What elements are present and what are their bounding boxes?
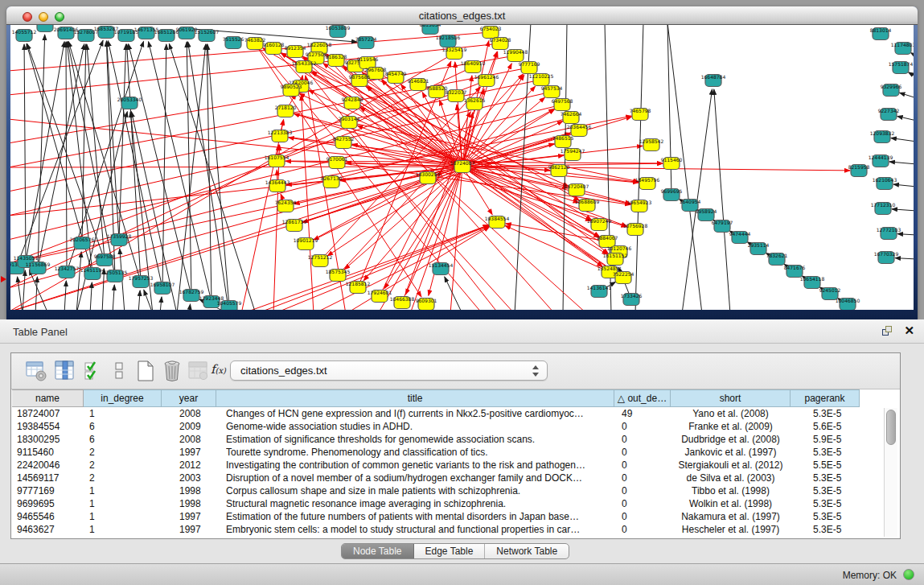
graph-node[interactable]: 2903144 <box>339 116 360 129</box>
graph-node[interactable]: 12505135 <box>103 270 128 282</box>
graph-node[interactable]: 7522254 <box>613 271 634 284</box>
graph-node[interactable]: 9862120 <box>548 164 570 177</box>
graph-node[interactable]: 10901219 <box>294 237 318 250</box>
delete-table-icon[interactable] <box>161 359 185 383</box>
column-header-name[interactable]: name <box>12 389 84 407</box>
table-row[interactable]: 2242004622012Investigating the contribut… <box>11 459 900 472</box>
graph-node[interactable]: 7486515 <box>552 135 574 148</box>
graph-node[interactable]: 19654923 <box>627 200 652 212</box>
graph-node[interactable]: 15152607 <box>195 29 220 42</box>
vertical-scrollbar[interactable] <box>884 408 897 537</box>
graph-node[interactable]: 9329966 <box>881 84 902 97</box>
graph-node[interactable]: 2718120 <box>275 105 297 117</box>
graph-node[interactable]: 9115460 <box>661 157 683 170</box>
graph-node[interactable]: 7515526 <box>223 36 244 49</box>
window-titlebar[interactable]: citations_edges.txt <box>6 6 918 25</box>
graph-node[interactable]: 7465798 <box>630 108 651 121</box>
graph-node[interactable]: 10688609 <box>575 199 600 212</box>
graph-node[interactable]: 7462664 <box>561 111 582 124</box>
close-panel-icon[interactable]: ✕ <box>904 324 914 337</box>
graph-node[interactable]: 10756928 <box>623 223 648 236</box>
graph-node[interactable]: 9777169 <box>519 61 540 74</box>
graph-node[interactable]: 20053340 <box>117 97 142 109</box>
graph-node[interactable]: 11210225 <box>529 73 554 86</box>
graph-node[interactable]: 10046850 <box>836 298 860 310</box>
column-header-short[interactable]: short <box>671 389 791 407</box>
column-header-out_de[interactable]: △ out_de… <box>614 389 671 407</box>
tab-node-table[interactable]: Node Table <box>342 544 414 558</box>
table-row[interactable]: 911546021997Tourette syndrome. Phenomeno… <box>11 446 900 459</box>
memory-status-indicator[interactable] <box>903 569 914 580</box>
graph-node[interactable]: 8813014 <box>870 27 892 40</box>
graph-node[interactable]: 7588520 <box>426 85 448 98</box>
new-table-icon[interactable] <box>133 359 158 383</box>
graph-node[interactable]: 12772103 <box>877 227 901 240</box>
graph-node[interactable]: 16961246 <box>474 74 499 87</box>
network-canvas[interactable]: 1405571220891406206914061527800716853287… <box>10 25 914 310</box>
graph-node[interactable]: 12342757 <box>55 266 80 278</box>
graph-node[interactable]: 12861739 <box>282 219 307 232</box>
graph-node[interactable]: 17594247 <box>561 148 585 161</box>
graph-node[interactable]: 16648784 <box>701 74 726 87</box>
select-all-icon[interactable] <box>82 359 106 383</box>
tab-edge-table[interactable]: Edge Table <box>414 544 486 558</box>
graph-node[interactable]: 7832621 <box>766 253 788 266</box>
graph-node[interactable]: 9697588 <box>94 253 116 266</box>
graph-node[interactable]: 1733426 <box>621 293 643 306</box>
graph-node[interactable]: 10405579 <box>217 300 242 310</box>
graph-node[interactable]: 8912354 <box>285 45 306 58</box>
graph-node[interactable]: 6497568 <box>552 98 573 111</box>
table-row[interactable]: 946362711997Embryonic stem cells: a mode… <box>11 523 900 536</box>
graph-node[interactable]: 7463822 <box>244 37 266 50</box>
table-row[interactable]: 1938455462009Genome-wide association stu… <box>11 420 900 433</box>
graph-node[interactable]: 16770329 <box>874 251 899 264</box>
graph-node[interactable]: 14055712 <box>12 29 37 42</box>
graph-node[interactable]: 12213383 <box>268 130 293 142</box>
import-table-icon[interactable] <box>187 359 211 383</box>
graph-node[interactable]: 13325419 <box>442 47 467 60</box>
graph-node[interactable]: 8186328 <box>326 54 347 67</box>
graph-node[interactable]: 7624354 <box>275 200 297 212</box>
graph-node[interactable]: 12444139 <box>869 154 893 167</box>
column-chooser-icon[interactable] <box>53 359 77 383</box>
graph-node[interactable]: 7857224 <box>355 36 377 49</box>
graph-node[interactable]: 14136141 <box>587 285 612 298</box>
graph-node[interactable]: 12093832 <box>870 130 895 143</box>
float-panel-icon[interactable] <box>882 326 893 337</box>
graph-node[interactable]: 8454749 <box>385 71 407 84</box>
graph-node[interactable]: 6734028 <box>490 37 511 50</box>
graph-node[interactable]: 18907249 <box>587 218 612 231</box>
table-settings-icon[interactable] <box>24 359 48 383</box>
graph-node[interactable]: 11451194 <box>80 267 105 280</box>
column-header-pagerank[interactable]: pagerank <box>791 389 860 407</box>
graph-node[interactable]: 9242848 <box>342 97 363 109</box>
column-header-in_degree[interactable]: in_degree <box>84 389 162 407</box>
graph-node[interactable]: 9160128 <box>263 42 285 55</box>
graph-node[interactable]: 12958542 <box>639 138 664 151</box>
table-row[interactable]: 1872400712008Changes of HCN gene express… <box>11 407 900 420</box>
graph-node[interactable]: 9609301 <box>416 298 437 310</box>
graph-node[interactable]: 8267130 <box>321 175 343 188</box>
table-row[interactable]: 969969511998Structural magnetic resonanc… <box>11 497 900 510</box>
graph-node[interactable]: 8427552 <box>333 136 355 149</box>
graph-node[interactable]: 9170061 <box>326 156 348 169</box>
table-row[interactable]: 1456911722003Disruption of a novel membe… <box>11 472 900 484</box>
column-header-title[interactable]: title <box>216 389 614 407</box>
graph-node[interactable]: 12751212 <box>308 254 333 267</box>
table-selector-combo[interactable]: citations_edges.txt <box>230 360 548 381</box>
graph-node[interactable]: 9875685 <box>349 74 371 87</box>
graph-node[interactable]: 15751874 <box>889 61 914 74</box>
graph-node[interactable]: 15134454 <box>429 262 454 275</box>
column-header-year[interactable]: year <box>162 389 216 407</box>
row-height-icon[interactable] <box>108 359 132 383</box>
graph-node[interactable]: 16151152 <box>603 253 628 266</box>
graph-node[interactable]: 1362615 <box>464 97 486 110</box>
graph-node[interactable]: 9457534 <box>541 85 563 98</box>
table-row[interactable]: 946554611997Estimation of the future num… <box>11 510 900 523</box>
graph-node[interactable]: 9227342 <box>878 108 900 121</box>
tab-network-table[interactable]: Network Table <box>485 544 569 558</box>
scrollbar-thumb[interactable] <box>886 410 896 445</box>
graph-node[interactable]: 11174803 <box>891 42 914 55</box>
graph-node[interactable]: 8215958 <box>848 164 870 177</box>
table-row[interactable]: 1830029562008Estimation of significance … <box>11 433 900 446</box>
